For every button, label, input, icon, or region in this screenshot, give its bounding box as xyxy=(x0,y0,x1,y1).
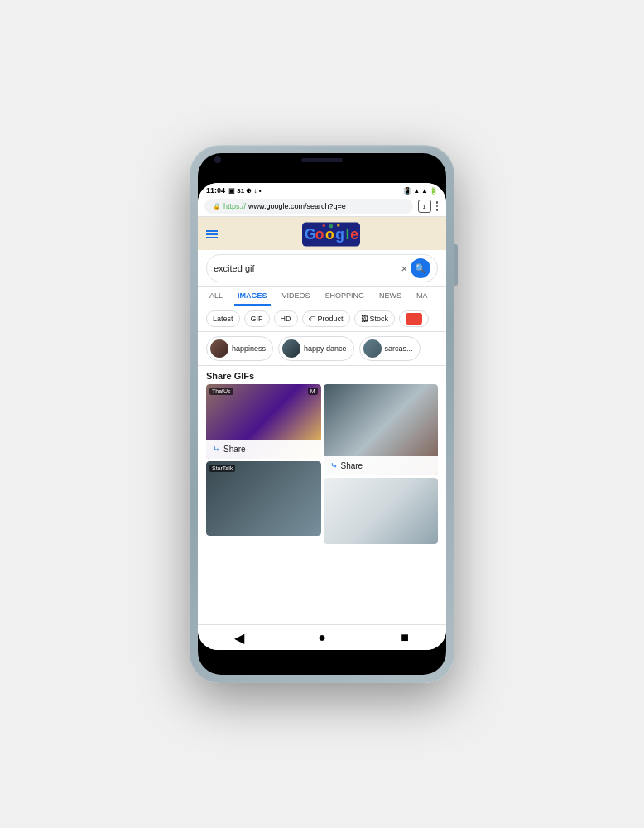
time-display: 11:04 xyxy=(206,186,225,195)
chip-happy-dance[interactable]: happy dance xyxy=(278,336,354,361)
url-icons: 1 xyxy=(418,200,440,213)
filter-hd[interactable]: HD xyxy=(274,310,298,327)
filter-stock-label: Stock xyxy=(370,315,389,323)
status-icons: ▣ 31 ⊕ ↓ • xyxy=(228,187,262,195)
share-gifs-title: Share GIFs xyxy=(198,366,446,384)
tab-news[interactable]: NEWS xyxy=(376,287,405,306)
chip-sarcastic-label: sarcas... xyxy=(385,344,413,353)
share-button-1[interactable]: ⤷ Share xyxy=(206,440,321,459)
signal-icon: ▲ xyxy=(421,187,428,195)
share-icon-2: ⤷ xyxy=(330,460,338,471)
filter-latest-label: Latest xyxy=(213,315,233,323)
svg-text:o: o xyxy=(315,226,324,243)
gif-source-label-1: ThatUs xyxy=(209,388,233,395)
url-domain-text: www.google.com/search?q=e xyxy=(248,202,346,210)
filter-color[interactable] xyxy=(399,310,429,327)
filter-chips-row: Latest GIF HD 🏷 Product 🖼 Stock xyxy=(198,306,446,332)
status-bar: 11:04 ▣ 31 ⊕ ↓ • 📳 ▲ ▲ 🔋 xyxy=(198,183,446,196)
battery-icon: 🔋 xyxy=(430,187,438,195)
google-logo-area: G o o g l e xyxy=(224,222,438,247)
search-input-row[interactable]: excited gif × 🔍 xyxy=(206,254,438,282)
tab-count[interactable]: 1 xyxy=(418,200,431,213)
menu-dot-1 xyxy=(436,201,439,204)
status-left: 11:04 ▣ 31 ⊕ ↓ • xyxy=(206,186,262,195)
phone-device: 11:04 ▣ 31 ⊕ ↓ • 📳 ▲ ▲ 🔋 🔒 https:// www.… xyxy=(190,145,454,683)
gif-item-4[interactable] xyxy=(324,478,439,544)
gif-grid: ThatUs M ⤷ Share StarTalk xyxy=(198,384,446,544)
search-magnifier-icon: 🔍 xyxy=(415,263,426,274)
related-chips-row: happiness happy dance sarcas... xyxy=(198,332,446,366)
volume-button xyxy=(454,244,458,286)
url-input-field[interactable]: 🔒 https:// www.google.com/search?q=e xyxy=(204,199,413,214)
status-right: 📳 ▲ ▲ 🔋 xyxy=(403,187,438,195)
gif-column-1: ThatUs M ⤷ Share StarTalk xyxy=(206,384,321,544)
gif-results-area[interactable]: Share GIFs ThatUs M ⤷ Share xyxy=(198,366,446,624)
browser-nav-bar: ◀ ● ■ xyxy=(198,624,446,650)
svg-text:l: l xyxy=(346,226,350,243)
tab-shopping[interactable]: SHOPPING xyxy=(322,287,368,306)
gif-item-2[interactable]: ⤷ Share xyxy=(324,384,439,475)
chip-happiness-label: happiness xyxy=(232,344,266,353)
svg-point-7 xyxy=(329,224,334,229)
filter-product-label: Product xyxy=(318,315,344,323)
gif-item-3[interactable]: StarTalk xyxy=(206,461,321,536)
hamburger-line-1 xyxy=(206,230,218,232)
back-icon: ◀ xyxy=(234,630,244,646)
lock-icon: 🔒 xyxy=(213,203,221,210)
hamburger-line-3 xyxy=(206,237,218,238)
filter-gif[interactable]: GIF xyxy=(244,310,270,327)
share-label-1: Share xyxy=(223,445,246,454)
menu-dot-2 xyxy=(436,205,439,208)
back-button[interactable]: ◀ xyxy=(231,629,248,646)
home-icon: ● xyxy=(318,630,326,645)
recents-icon: ■ xyxy=(401,630,409,645)
filter-stock[interactable]: 🖼 Stock xyxy=(354,310,396,327)
tab-more[interactable]: MA xyxy=(413,287,431,306)
tab-all[interactable]: ALL xyxy=(206,287,226,306)
browser-menu-button[interactable] xyxy=(435,200,440,213)
product-tag-icon: 🏷 xyxy=(309,315,316,323)
camera-dot xyxy=(214,156,221,163)
google-header: G o o g l e xyxy=(198,217,446,250)
phone-screen: 11:04 ▣ 31 ⊕ ↓ • 📳 ▲ ▲ 🔋 🔒 https:// www.… xyxy=(198,153,446,675)
filter-latest[interactable]: Latest xyxy=(206,310,240,327)
recents-button[interactable]: ■ xyxy=(396,629,413,646)
gif-source-label-3: StarTalk xyxy=(209,465,235,472)
chip-happy-dance-label: happy dance xyxy=(304,344,347,353)
share-label-2: Share xyxy=(341,461,363,470)
tab-videos[interactable]: VIDEOS xyxy=(279,287,314,306)
chip-happiness[interactable]: happiness xyxy=(206,336,273,361)
chip-avatar-happy-dance xyxy=(282,339,300,358)
filter-gif-label: GIF xyxy=(251,315,263,323)
tab-images[interactable]: IMAGES xyxy=(234,287,271,306)
svg-text:o: o xyxy=(325,226,334,243)
search-submit-button[interactable]: 🔍 xyxy=(411,258,430,278)
hamburger-menu[interactable] xyxy=(206,230,218,238)
chip-avatar-happiness xyxy=(210,339,228,358)
search-clear-button[interactable]: × xyxy=(401,262,407,275)
menu-dot-3 xyxy=(436,209,439,211)
svg-text:e: e xyxy=(350,226,358,243)
stock-image-icon: 🖼 xyxy=(361,315,368,323)
share-icon-1: ⤷ xyxy=(213,444,220,455)
home-button[interactable]: ● xyxy=(314,629,330,646)
filter-product[interactable]: 🏷 Product xyxy=(302,310,350,327)
filter-hd-label: HD xyxy=(281,315,291,323)
gif-item-1[interactable]: ThatUs M ⤷ Share xyxy=(206,384,321,459)
vibrate-icon: 📳 xyxy=(403,187,411,195)
search-bar[interactable]: excited gif × 🔍 xyxy=(198,250,446,287)
speaker xyxy=(301,158,343,162)
svg-text:G: G xyxy=(305,226,316,243)
svg-text:g: g xyxy=(335,226,344,243)
chip-avatar-sarcastic xyxy=(363,339,382,358)
svg-point-9 xyxy=(323,224,326,228)
url-bar: 🔒 https:// www.google.com/search?q=e 1 xyxy=(198,196,446,217)
gif-column-2: ⤷ Share xyxy=(324,384,439,544)
color-swatch xyxy=(406,313,422,325)
chip-sarcastic[interactable]: sarcas... xyxy=(359,336,421,361)
wifi-icon: ▲ xyxy=(413,187,420,195)
share-button-2[interactable]: ⤷ Share xyxy=(324,456,439,475)
https-text: https:// xyxy=(223,202,246,210)
gif-source-label-m: M xyxy=(308,388,318,395)
gif-image-4 xyxy=(324,478,439,544)
